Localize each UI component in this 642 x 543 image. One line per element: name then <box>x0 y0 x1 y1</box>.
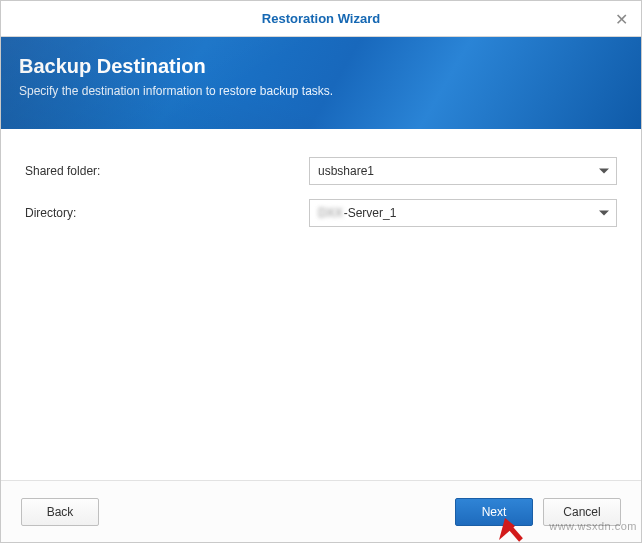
next-button[interactable]: Next <box>455 498 533 526</box>
shared-folder-label: Shared folder: <box>25 164 309 178</box>
shared-folder-value: usbshare1 <box>309 157 617 185</box>
directory-select[interactable]: DXX-Server_1 <box>309 199 617 227</box>
banner-heading: Backup Destination <box>19 55 623 78</box>
shared-folder-select[interactable]: usbshare1 <box>309 157 617 185</box>
back-button[interactable]: Back <box>21 498 99 526</box>
footer: Back Next Cancel <box>1 480 641 542</box>
directory-value-prefix: DXX <box>318 206 343 220</box>
directory-label: Directory: <box>25 206 309 220</box>
cancel-button[interactable]: Cancel <box>543 498 621 526</box>
chevron-down-icon <box>599 211 609 216</box>
titlebar: Restoration Wizard ✕ <box>1 1 641 37</box>
chevron-down-icon <box>599 169 609 174</box>
row-directory: Directory: DXX-Server_1 <box>25 199 617 227</box>
close-icon[interactable]: ✕ <box>601 1 641 37</box>
banner: Backup Destination Specify the destinati… <box>1 37 641 129</box>
directory-value: DXX-Server_1 <box>309 199 617 227</box>
banner-subheading: Specify the destination information to r… <box>19 84 623 98</box>
window-title: Restoration Wizard <box>262 11 380 26</box>
form-content: Shared folder: usbshare1 Directory: DXX-… <box>1 129 641 227</box>
row-shared-folder: Shared folder: usbshare1 <box>25 157 617 185</box>
shared-folder-value-text: usbshare1 <box>318 164 374 178</box>
directory-value-suffix: -Server_1 <box>344 206 397 220</box>
